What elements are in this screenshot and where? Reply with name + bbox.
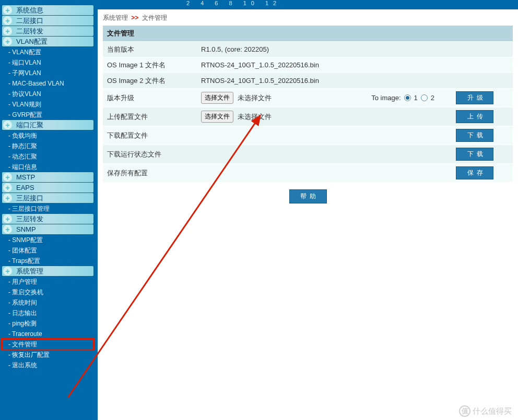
nav-sub-sys-0[interactable]: - 用户管理 [2, 277, 93, 287]
plus-icon: + [3, 6, 12, 15]
value-os2: RTNOS-24_10GT_1.0.5_20220516.bin [201, 77, 441, 85]
watermark-text: 什么值得买 [473, 406, 512, 416]
value-os1: RTNOS-24_10GT_1.0.5_20220516.bin [201, 61, 441, 69]
nav-label: 三层转发 [16, 214, 43, 224]
nav-sub-l3if-0[interactable]: - 三层接口管理 [2, 203, 93, 214]
label-os1: OS Image 1 文件名 [107, 61, 201, 70]
row-dl-run: 下载运行状态文件 下载 [103, 145, 513, 163]
row-upload: 上传配置文件 选择文件 未选择文件 上传 [103, 107, 513, 126]
nav-label: EAPS [16, 184, 34, 191]
nav-header-l2if[interactable]: +二层接口 [2, 16, 93, 26]
file-mgmt-panel: 文件管理 当前版本 R1.0.5, (core: 202205) OS Imag… [103, 26, 513, 182]
label-upload: 上传配置文件 [107, 112, 201, 122]
label-dl-cfg: 下载配置文件 [107, 131, 201, 140]
plus-icon: + [3, 225, 12, 234]
label-dl-run: 下载运行状态文件 [107, 150, 201, 159]
panel-title: 文件管理 [103, 26, 513, 41]
plus-icon: + [3, 27, 12, 35]
nav-label: MSTP [16, 173, 35, 181]
plus-icon: + [3, 214, 12, 223]
plus-icon: + [3, 37, 12, 46]
row-dl-cfg: 下载配置文件 下载 [103, 126, 513, 145]
main-area: 2 4 6 8 10 12 系统管理 >> 文件管理 文件管理 当前版本 R1.… [96, 0, 518, 420]
nav-label: 二层接口 [16, 16, 43, 26]
no-file-upload: 未选择文件 [238, 112, 272, 122]
plus-icon: + [3, 194, 12, 202]
nav-header-l3if[interactable]: +三层接口 [2, 193, 93, 203]
row-upgrade: 版本升级 选择文件 未选择文件 To image: 1 2 升级 [103, 88, 513, 107]
nav-sub-sys-file-mgmt[interactable]: - 文件管理 [2, 339, 93, 350]
nav-header-l2fw[interactable]: +二层转发 [2, 26, 93, 36]
radio-image-1[interactable] [404, 94, 411, 101]
nav-header-sysinfo[interactable]: +系统信息 [2, 5, 93, 15]
choose-file-button-upgrade[interactable]: 选择文件 [201, 92, 233, 104]
nav-sub-vlan-0[interactable]: - VLAN配置 [2, 47, 93, 57]
nav-sub-vlan-6[interactable]: - GVRP配置 [2, 110, 93, 120]
nav-sub-sys-1[interactable]: - 重启交换机 [2, 287, 93, 297]
nav-header-l3fw[interactable]: +三层转发 [2, 214, 93, 224]
nav-header-sysmgmt[interactable]: +系统管理 [2, 266, 93, 276]
upload-button[interactable]: 上传 [456, 110, 493, 123]
radio-label-1: 1 [414, 94, 418, 102]
save-button[interactable]: 保存 [456, 166, 493, 179]
label-save: 保存所有配置 [107, 169, 201, 178]
label-upgrade: 版本升级 [107, 93, 201, 103]
nav-sub-sys-3[interactable]: - 日志输出 [2, 308, 93, 318]
nav-sub-link-3[interactable]: - 端口信息 [2, 162, 93, 172]
breadcrumb-sep: >> [131, 14, 138, 21]
no-file-upgrade: 未选择文件 [238, 93, 272, 103]
nav-sub-snmp-2[interactable]: - Traps配置 [2, 256, 93, 266]
nav-header-link[interactable]: +端口汇聚 [2, 120, 93, 130]
nav-header-snmp[interactable]: +SNMP [2, 224, 93, 234]
nav-sub-vlan-1[interactable]: - 端口VLAN [2, 57, 93, 68]
row-current-version: 当前版本 R1.0.5, (core: 202205) [103, 41, 513, 57]
thumbs-up-icon: 值 [459, 405, 470, 417]
nav-sub-snmp-0[interactable]: - SNMP配置 [2, 235, 93, 245]
plus-icon: + [3, 267, 12, 275]
breadcrumb-parent: 系统管理 [103, 14, 128, 21]
nav-label: 二层转发 [16, 27, 43, 36]
nav-header-mstp[interactable]: +MSTP [2, 172, 93, 182]
nav-sub-link-1[interactable]: - 静态汇聚 [2, 141, 93, 151]
sidebar: +系统信息 +二层接口 +二层转发 +VLAN配置 - VLAN配置 - 端口V… [0, 0, 96, 420]
radio-image-2[interactable] [421, 94, 428, 101]
breadcrumb-current: 文件管理 [142, 14, 167, 21]
row-save: 保存所有配置 保存 [103, 163, 513, 182]
nav-header-eaps[interactable]: +EAPS [2, 183, 93, 193]
upgrade-button[interactable]: 升级 [456, 91, 493, 104]
plus-icon: + [3, 121, 12, 129]
value-current-version: R1.0.5, (core: 202205) [201, 45, 441, 53]
nav-sub-link-2[interactable]: - 动态汇聚 [2, 151, 93, 162]
nav-sub-sys-7[interactable]: - 恢复出厂配置 [2, 350, 93, 360]
nav-label: 系统信息 [16, 6, 43, 15]
nav-label: 系统管理 [16, 267, 43, 276]
row-os2: OS Image 2 文件名 RTNOS-24_10GT_1.0.5_20220… [103, 73, 513, 88]
download-run-button[interactable]: 下载 [456, 148, 493, 161]
nav-sub-sys-2[interactable]: - 系统时间 [2, 297, 93, 308]
nav-sub-vlan-4[interactable]: - 协议VLAN [2, 89, 93, 99]
plus-icon: + [3, 173, 12, 182]
label-current-version: 当前版本 [107, 45, 201, 54]
nav-sub-link-0[interactable]: - 负载均衡 [2, 130, 93, 141]
choose-file-button-upload[interactable]: 选择文件 [201, 111, 233, 123]
nav-sub-vlan-2[interactable]: - 子网VLAN [2, 68, 93, 78]
nav-label: 三层接口 [16, 194, 43, 203]
watermark: 值 什么值得买 [459, 405, 512, 417]
nav-label: 端口汇聚 [16, 121, 43, 130]
nav-sub-sys-8[interactable]: - 退出系统 [2, 360, 93, 370]
help-row: 帮助 [98, 189, 518, 203]
radio-label-2: 2 [431, 94, 434, 102]
nav-label: SNMP [16, 225, 36, 233]
nav-header-vlan[interactable]: +VLAN配置 [2, 37, 93, 46]
nav-sub-sys-5[interactable]: - Traceroute [2, 329, 93, 339]
help-button[interactable]: 帮助 [289, 189, 327, 203]
download-cfg-button[interactable]: 下载 [456, 129, 493, 142]
nav-label: VLAN配置 [16, 37, 48, 46]
nav-sub-snmp-1[interactable]: - 团体配置 [2, 245, 93, 256]
nav-sub-vlan-5[interactable]: - VLAN规则 [2, 99, 93, 110]
nav-sub-sys-4[interactable]: - ping检测 [2, 318, 93, 329]
plus-icon: + [3, 16, 12, 25]
nav-sub-vlan-3[interactable]: - MAC-Based VLAN [2, 78, 93, 89]
breadcrumb: 系统管理 >> 文件管理 [98, 9, 518, 26]
port-ruler: 2 4 6 8 10 12 [98, 0, 518, 9]
